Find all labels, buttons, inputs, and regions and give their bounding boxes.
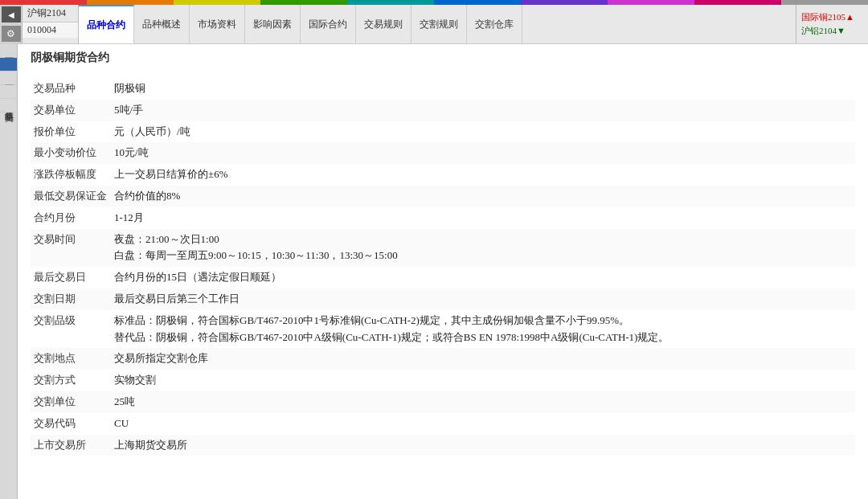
sidenav-qiquan-baojia[interactable]: 期权报价 (0, 85, 17, 99)
collapse-button[interactable]: ◀ (2, 6, 21, 22)
ticker-lu-lv-label: 沪铝2104 (801, 26, 837, 35)
detail-value: 10元/吨 (111, 142, 855, 164)
ticker-up-arrow (845, 12, 854, 22)
table-row: 最后交易日合约月份的15日（遇法定假日顺延） (31, 267, 855, 288)
sidenav-guonei-qihuo[interactable]: 国内期货 (0, 58, 17, 72)
table-row: 合约月份1-12月 (31, 207, 855, 229)
detail-key: 交割地点 (31, 348, 111, 370)
detail-key: 交易品种 (31, 78, 111, 100)
table-row: 交易品种阴极铜 (31, 78, 855, 100)
contract-id-top: 沪铜2104 (23, 5, 78, 22)
table-row: 交割日期最后交易日后第三个工作日 (31, 288, 855, 310)
detail-value: 合约价值的8% (111, 186, 855, 207)
table-row: 交易时间夜盘：21:00～次日1:00白盘：每周一至周五9:00～10:15，1… (31, 229, 855, 268)
header-area: ◀ ⚙ 沪铜2104 010004 品种合约 品种概述 市场资料 影响因素 国际… (0, 5, 868, 44)
table-row: 上市交易所上海期货交易所 (31, 435, 855, 456)
tab-pinzhong-hetong[interactable]: 品种合约 (79, 5, 134, 43)
detail-key: 最后交易日 (31, 267, 111, 288)
table-row: 涨跌停板幅度上一交易日结算价的±6% (31, 164, 855, 186)
tab-guoji-hetong[interactable]: 国际合约 (301, 5, 356, 43)
content-area: 阴极铜期货合约 交易品种阴极铜交易单位5吨/手报价单位元（人民币）/吨最小变动价… (18, 44, 868, 499)
table-row: 最低交易保证金合约价值的8% (31, 186, 855, 207)
detail-key: 交割单位 (31, 391, 111, 413)
table-row: 报价单位元（人民币）/吨 (31, 121, 855, 143)
detail-value: CU (111, 413, 855, 435)
contract-id-bottom: 010004 (23, 22, 78, 38)
detail-value: 阴极铜 (111, 78, 855, 100)
contract-info-table: 交易品种阴极铜交易单位5吨/手报价单位元（人民币）/吨最小变动价位10元/吨涨跌… (31, 78, 855, 456)
detail-value: 25吨 (111, 391, 855, 413)
table-row: 交割单位25吨 (31, 391, 855, 413)
detail-value: 夜盘：21:00～次日1:00白盘：每周一至周五9:00～10:15，10:30… (111, 229, 855, 268)
detail-key: 最低交易保证金 (31, 186, 111, 207)
detail-key: 交易单位 (31, 100, 111, 121)
tabs-list: 品种合约 品种概述 市场资料 影响因素 国际合约 交易规则 交割规则 交割仓库 (79, 5, 796, 43)
sidenav-my-page[interactable]: 我的页面 (0, 44, 17, 58)
detail-key: 合约月份 (31, 207, 111, 229)
detail-value: 5吨/手 (111, 100, 855, 121)
ticker-down-arrow (837, 26, 845, 35)
contract-id-area: 沪铜2104 010004 (23, 5, 79, 43)
detail-value: 合约月份的15日（遇法定假日顺延） (111, 267, 855, 288)
detail-key: 上市交易所 (31, 435, 111, 456)
table-row: 交割方式实物交割 (31, 370, 855, 391)
table-row: 交易代码CU (31, 413, 855, 435)
table-row: 最小变动价位10元/吨 (31, 142, 855, 164)
right-tickers: 国际铜2105 沪铝2104 (796, 5, 868, 43)
detail-value: 实物交割 (111, 370, 855, 391)
left-panel: ◀ ⚙ (0, 5, 23, 43)
detail-value: 元（人民币）/吨 (111, 121, 855, 143)
detail-key: 交易时间 (31, 229, 111, 268)
tabs-row: 沪铜2104 010004 品种合约 品种概述 市场资料 影响因素 国际合约 交… (23, 5, 868, 43)
table-row: 交割品级标准品：阴极铜，符合国标GB/T467-2010中1号标准铜(Cu-CA… (31, 310, 855, 349)
detail-value: 最后交易日后第三个工作日 (111, 288, 855, 310)
tab-jiaoge-guize[interactable]: 交割规则 (411, 5, 467, 43)
page-title: 阴极铜期货合约 (31, 51, 855, 68)
side-nav: 我的页面 国内期货 下单模板 期权报价 策略交易 (0, 44, 18, 499)
tab-jiaoyi-guize[interactable]: 交易规则 (356, 5, 411, 43)
detail-key: 交易代码 (31, 413, 111, 435)
detail-key: 交割品级 (31, 310, 111, 349)
sidenav-celue-jiaoyi[interactable]: 策略交易 (0, 99, 17, 112)
detail-value: 上海期货交易所 (111, 435, 855, 456)
tab-shichang-ziliao[interactable]: 市场资料 (190, 5, 245, 43)
detail-value: 1-12月 (111, 207, 855, 229)
detail-key: 交割方式 (31, 370, 111, 391)
main-area: 我的页面 国内期货 下单模板 期权报价 策略交易 阴极铜期货合约 交易品种阴极铜… (0, 44, 868, 499)
detail-key: 涨跌停板幅度 (31, 164, 111, 186)
contract-code-label: 010004 (27, 24, 56, 35)
contract-id-label: 沪铜2104 (27, 6, 66, 20)
ticker-lu-lv[interactable]: 沪铝2104 (800, 24, 865, 38)
settings-button[interactable]: ⚙ (2, 26, 21, 42)
detail-key: 最小变动价位 (31, 142, 111, 164)
tab-jiaoge-cangku[interactable]: 交割仓库 (467, 5, 522, 43)
ticker-guoji-tong-label: 国际铜2105 (801, 12, 845, 22)
detail-value: 上一交易日结算价的±6% (111, 164, 855, 186)
detail-value: 交易所指定交割仓库 (111, 348, 855, 370)
table-row: 交易单位5吨/手 (31, 100, 855, 121)
detail-value: 标准品：阴极铜，符合国标GB/T467-2010中1号标准铜(Cu-CATH-2… (111, 310, 855, 349)
sidenav-xia-dan-moban[interactable]: 下单模板 (0, 72, 17, 85)
tab-yingxiang-yinsu[interactable]: 影响因素 (245, 5, 301, 43)
table-row: 交割地点交易所指定交割仓库 (31, 348, 855, 370)
detail-key: 报价单位 (31, 121, 111, 143)
ticker-guoji-tong[interactable]: 国际铜2105 (800, 10, 865, 24)
detail-key: 交割日期 (31, 288, 111, 310)
tab-pinzhong-gaishu[interactable]: 品种概述 (134, 5, 190, 43)
